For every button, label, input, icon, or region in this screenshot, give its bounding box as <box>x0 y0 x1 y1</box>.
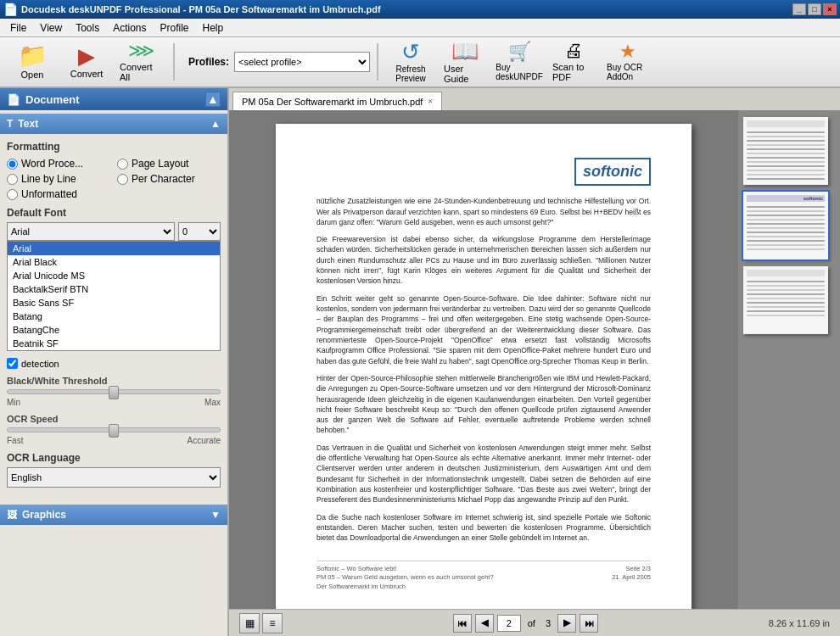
formatting-row-1: Word Proce... Page Layout <box>7 158 221 173</box>
radio-per-character: Per Character <box>117 173 221 185</box>
minimize-button[interactable]: _ <box>792 3 806 15</box>
tab-close-button[interactable]: × <box>428 97 433 106</box>
last-page-button[interactable]: ⏭ <box>580 614 598 633</box>
font-item-backtalk[interactable]: BacktalkSerif BTN <box>8 282 220 296</box>
ocr-language-select[interactable]: English <box>7 467 221 488</box>
font-item-arial-unicode[interactable]: Arial Unicode MS <box>8 269 220 282</box>
font-item-arial-black[interactable]: Arial Black <box>8 255 220 269</box>
convert-all-button[interactable]: ⋙ Convert All <box>115 40 166 84</box>
open-button[interactable]: 📁 Open <box>7 40 58 84</box>
ocr-speed-slider[interactable] <box>7 427 221 432</box>
radio-page-layout: Page Layout <box>117 158 221 170</box>
radio-page-layout-input[interactable] <box>117 159 128 170</box>
thumbnail-panel: softonic <box>738 110 840 609</box>
maximize-button[interactable]: □ <box>808 3 821 15</box>
thumb-3-header <box>747 270 825 276</box>
page-para-1: Die Freewareversion ist dabei ebenso sic… <box>316 234 651 287</box>
prev-page-button[interactable]: ◀ <box>475 614 494 633</box>
user-guide-icon: 📖 <box>451 40 479 62</box>
page-para-3: Hinter der Open-Source-Philosophie stehe… <box>316 373 651 436</box>
toolbar: 📁 Open ▶ Convert ⋙ Convert All Profiles:… <box>0 37 840 88</box>
menu-actions[interactable]: Actions <box>106 20 153 36</box>
refresh-preview-button[interactable]: ↺ Refresh Preview <box>385 40 436 84</box>
scan-to-pdf-button[interactable]: 🖨 Scan to PDF <box>548 40 599 84</box>
title-bar: 📄 Docudesk deskUNPDF Professional - PM 0… <box>0 0 840 19</box>
ocr-speed-title: OCR Speed <box>7 414 221 424</box>
profiles-select[interactable]: <select profile> <box>234 52 370 72</box>
threshold-max: Max <box>204 398 221 407</box>
page-footer: Softonic – Wo Software lebt! PM 05 – War… <box>316 561 651 592</box>
radio-line-by-line-input[interactable] <box>7 174 18 185</box>
text-section-header: T Text ▲ <box>0 114 227 134</box>
convert-all-label: Convert All <box>120 62 162 82</box>
tab-label: PM 05a Der Softwaremarkt im Umbruch.pdf <box>242 97 423 107</box>
page-para-4: Das Vertrauen in die Qualität und Sicher… <box>316 443 651 505</box>
thumbnail-2[interactable]: softonic <box>743 192 828 259</box>
menu-help[interactable]: Help <box>196 20 231 36</box>
font-item-beatnik[interactable]: Beatnik SF <box>8 337 220 350</box>
menu-tools[interactable]: Tools <box>69 20 106 36</box>
radio-word-proc-input[interactable] <box>7 159 18 170</box>
text-collapse-button[interactable]: ▲ <box>210 118 221 130</box>
graphics-icon: 🖼 <box>7 509 17 521</box>
single-page-view-button[interactable]: ▦ <box>239 613 260 633</box>
view-buttons: ▦ ≡ <box>239 613 283 633</box>
refresh-icon: ↺ <box>401 41 420 63</box>
thumbnail-3[interactable] <box>743 266 828 334</box>
user-guide-button[interactable]: 📖 User Guide <box>440 40 490 84</box>
font-item-batang[interactable]: Batang <box>8 310 220 323</box>
font-item-basic-sans[interactable]: Basic Sans SF <box>8 296 220 310</box>
radio-unformatted-input[interactable] <box>7 189 18 200</box>
next-page-button[interactable]: ▶ <box>557 614 576 633</box>
graphics-section-header: 🖼 Graphics ▼ <box>0 505 227 525</box>
text-section-title: Text <box>18 118 38 130</box>
page-total: 3 <box>546 618 551 628</box>
font-select[interactable]: Arial <box>7 222 175 241</box>
detection-checkbox[interactable] <box>7 358 18 369</box>
font-size-select[interactable]: 0 <box>178 222 221 241</box>
document-panel-header: 📄 Document ▲ <box>0 88 227 110</box>
close-button[interactable]: × <box>823 3 837 15</box>
radio-per-character-input[interactable] <box>117 174 128 185</box>
page-main: softonic nützliche Zusatzleistungen wie … <box>229 110 738 609</box>
page-document: softonic nützliche Zusatzleistungen wie … <box>276 124 692 609</box>
page-para-2: Ein Schritt weiter geht so genannte Open… <box>316 293 651 366</box>
first-page-button[interactable]: ⏮ <box>453 614 472 633</box>
menu-view[interactable]: View <box>33 20 69 36</box>
menu-file[interactable]: File <box>3 20 33 36</box>
open-label: Open <box>21 70 44 80</box>
font-select-row: Arial 0 <box>7 222 221 241</box>
document-tab[interactable]: PM 05a Der Softwaremarkt im Umbruch.pdf … <box>232 92 442 110</box>
graphics-collapse-button[interactable]: ▼ <box>210 509 221 521</box>
threshold-thumb[interactable] <box>109 386 119 399</box>
viewer-area: PM 05a Der Softwaremarkt im Umbruch.pdf … <box>229 88 840 636</box>
threshold-slider[interactable] <box>7 389 221 394</box>
thumbnail-3-content <box>743 266 828 334</box>
ocr-speed-thumb[interactable] <box>109 424 119 438</box>
thumbnail-2-content: softonic <box>743 192 828 259</box>
page-number-input[interactable] <box>497 615 521 632</box>
refresh-preview-label: Refresh Preview <box>389 64 432 83</box>
document-collapse-button[interactable]: ▲ <box>205 92 221 107</box>
page-size: 8.26 x 11.69 in <box>769 618 830 628</box>
font-dropdown[interactable]: Arial Arial Black Arial Unicode MS Backt… <box>7 241 221 351</box>
convert-button[interactable]: ▶ Convert <box>61 40 112 84</box>
radio-unformatted-label: Unformatted <box>21 188 77 200</box>
font-item-batangche[interactable]: BatangChe <box>8 323 220 337</box>
softonic-logo: softonic <box>574 158 651 186</box>
menu-profile[interactable]: Profile <box>154 20 196 36</box>
app-icon: 📄 <box>3 3 18 16</box>
open-icon: 📁 <box>18 44 48 68</box>
convert-label: Convert <box>70 69 104 79</box>
buy-deskunpdf-button[interactable]: 🛒 Buy deskUNPDF <box>494 40 545 84</box>
font-item-arial[interactable]: Arial <box>8 242 220 255</box>
user-guide-label: User Guide <box>444 64 486 84</box>
continuous-view-button[interactable]: ≡ <box>262 613 283 633</box>
default-font-title: Default Font <box>7 207 221 219</box>
buy-ocr-addon-button[interactable]: ★ Buy OCR AddOn <box>602 40 653 84</box>
navigation-controls: ⏮ ◀ of 3 ▶ ⏭ <box>453 614 598 633</box>
thumbnail-1[interactable] <box>743 117 828 185</box>
thumb-1-header <box>747 120 825 127</box>
buy-deskunpdf-icon: 🛒 <box>508 42 531 61</box>
ocr-speed-fast: Fast <box>7 436 23 445</box>
